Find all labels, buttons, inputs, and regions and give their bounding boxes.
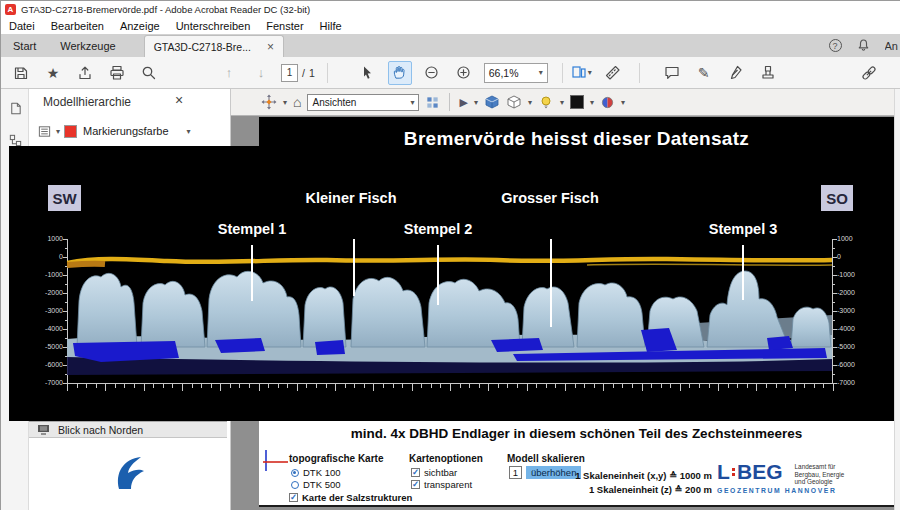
3d-canvas-overlay[interactable]: [9, 146, 259, 421]
lbeg-logo: L BEG Landesamt für Bergbau, Energie und…: [717, 461, 844, 486]
zoom-out-button[interactable]: [420, 61, 444, 85]
transparent-checkbox[interactable]: ✓transparent: [411, 479, 472, 490]
zoom-level-select[interactable]: 66,1% ▾: [484, 63, 548, 83]
highlight-pencil-button[interactable]: ✎: [692, 61, 716, 85]
page-total: 1: [309, 67, 315, 79]
exaggerate-button[interactable]: überhöhen: [526, 466, 581, 479]
toolbar-separator: [327, 63, 328, 83]
menu-unterschreiben[interactable]: Unterschreiben: [168, 20, 259, 32]
scale-value-input[interactable]: 1: [509, 466, 522, 479]
panel-close-icon[interactable]: ×: [175, 92, 183, 108]
lbeg-logo-beg: BEG: [737, 461, 783, 483]
chevron-down-icon[interactable]: ▾: [474, 98, 478, 107]
model-tree-toggle-icon[interactable]: [425, 93, 440, 111]
marker-color-swatch[interactable]: [64, 125, 77, 138]
map-options-title: Kartenoptionen: [409, 453, 483, 464]
tab-document-label: GTA3D-C2718-Bre...: [154, 41, 251, 53]
tab-close-icon[interactable]: ×: [267, 41, 274, 53]
visible-checkbox[interactable]: ✓sichtbar: [411, 467, 457, 478]
print-button[interactable]: [105, 61, 129, 85]
hand-tool-button[interactable]: [388, 61, 412, 85]
dtk500-radio[interactable]: DTK 500: [291, 479, 341, 490]
previous-page-button[interactable]: ↑: [217, 61, 241, 85]
list-icon: [37, 124, 52, 139]
model-scale-title: Modell skalieren: [507, 453, 585, 464]
stamp-tool-button[interactable]: [756, 61, 780, 85]
page-display-button[interactable]: ▾: [569, 61, 593, 85]
acrobat-logo-icon: A: [5, 4, 16, 15]
visible-label: sichtbar: [424, 467, 457, 478]
share-link-icon[interactable]: [857, 61, 881, 85]
render-mode-cube-icon[interactable]: [484, 93, 500, 111]
favorite-star-button[interactable]: ★: [41, 61, 65, 85]
help-icon[interactable]: ?: [829, 39, 842, 52]
zoom-value: 66,1%: [489, 67, 519, 79]
chevron-down-icon[interactable]: ▾: [590, 98, 594, 107]
model-views-cube-icon[interactable]: [506, 93, 522, 111]
measure-tool-button[interactable]: [601, 61, 625, 85]
views-select-value: Ansichten: [312, 97, 356, 108]
view-north-label: Blick nach Norden: [58, 424, 143, 436]
play-animation-icon[interactable]: ▶: [459, 93, 467, 111]
menu-datei[interactable]: Datei: [1, 20, 43, 32]
lbeg-org-text: Landesamt für Bergbau, Energie und Geolo…: [795, 461, 845, 486]
coordinate-axis-icon: [261, 447, 291, 473]
bell-icon[interactable]: [855, 37, 872, 54]
lbeg-red-dots-icon: [732, 468, 735, 477]
geozentrum-text: GEOZENTRUM HANNOVER: [717, 487, 837, 494]
tab-document[interactable]: GTA3D-C2718-Bre... ×: [144, 35, 284, 58]
salt-map-label: Karte der Salzstrukturen: [302, 492, 412, 503]
page-number-input[interactable]: 1: [281, 64, 298, 82]
window-title: GTA3D-C2718-Bremervörde.pdf - Adobe Acro…: [21, 4, 310, 15]
default-view-home-icon[interactable]: ⌂: [293, 93, 301, 111]
save-button[interactable]: [9, 61, 33, 85]
panel-header: Modellhierarchie ×: [29, 89, 230, 115]
menu-bar: Datei Bearbeiten Anzeige Unterschreiben …: [1, 17, 900, 34]
next-page-button[interactable]: ↓: [249, 61, 273, 85]
chevron-down-icon[interactable]: ▾: [283, 98, 287, 107]
cross-section-icon[interactable]: [600, 93, 615, 111]
toolbar-separator: [562, 63, 563, 83]
background-color-swatch[interactable]: [570, 95, 584, 109]
menu-hilfe[interactable]: Hilfe: [312, 20, 350, 32]
menu-anzeige[interactable]: Anzeige: [112, 20, 168, 32]
scale-xy-text: 1 Skaleneinheit (x,y) ≙ 1000 m: [575, 469, 712, 483]
view-north-item[interactable]: Blick nach Norden: [29, 421, 227, 438]
comment-tool-button[interactable]: [660, 61, 684, 85]
tab-werkzeuge[interactable]: Werkzeuge: [48, 34, 127, 57]
lbeg-logo-text: L BEG: [717, 461, 783, 483]
chevron-down-icon: ▾: [588, 68, 592, 77]
fill-sign-pen-button[interactable]: [724, 61, 748, 85]
chevron-down-icon[interactable]: ▾: [528, 98, 532, 107]
share-button[interactable]: [73, 61, 97, 85]
scale-legend: 1 Skaleneinheit (x,y) ≙ 1000 m 1 Skalene…: [575, 469, 712, 496]
checkbox-icon: ✓: [411, 468, 420, 477]
salt-map-checkbox[interactable]: ✓Karte der Salzstrukturen: [289, 492, 412, 503]
lighting-icon[interactable]: [538, 93, 554, 111]
chevron-down-icon: ▾: [539, 68, 543, 77]
dtk100-label: DTK 100: [303, 467, 341, 478]
radio-icon: [291, 481, 299, 489]
chevron-down-icon[interactable]: ▾: [621, 98, 625, 107]
org-line: Bergbau, Energie: [795, 471, 845, 479]
rotate-navigate-icon[interactable]: [261, 93, 277, 111]
toolbar-separator: [639, 63, 640, 83]
search-icon[interactable]: [137, 61, 161, 85]
zoom-in-button[interactable]: [452, 61, 476, 85]
dtk100-radio[interactable]: DTK 100: [291, 467, 341, 478]
3d-canvas[interactable]: [259, 117, 894, 421]
bookmarks-panel-icon[interactable]: [6, 99, 24, 117]
chevron-down-icon[interactable]: ▾: [560, 98, 564, 107]
transparent-label: transparent: [424, 479, 472, 490]
views-select[interactable]: Ansichten ▾: [307, 94, 419, 111]
tab-bar: Start Werkzeuge GTA3D-C2718-Bre... × ? A…: [1, 34, 900, 57]
view-monitor-icon: [37, 423, 51, 436]
menu-fenster[interactable]: Fenster: [258, 20, 311, 32]
org-line: und Geologie: [795, 478, 845, 486]
vertical-scrollbar[interactable]: [894, 89, 900, 510]
menu-bearbeiten[interactable]: Bearbeiten: [43, 20, 112, 32]
marker-color-row[interactable]: ▾ Markierungsfarbe ▾: [29, 119, 230, 143]
select-tool-button[interactable]: [356, 61, 380, 85]
tab-start[interactable]: Start: [1, 34, 48, 57]
sign-in-link[interactable]: An: [885, 40, 898, 52]
